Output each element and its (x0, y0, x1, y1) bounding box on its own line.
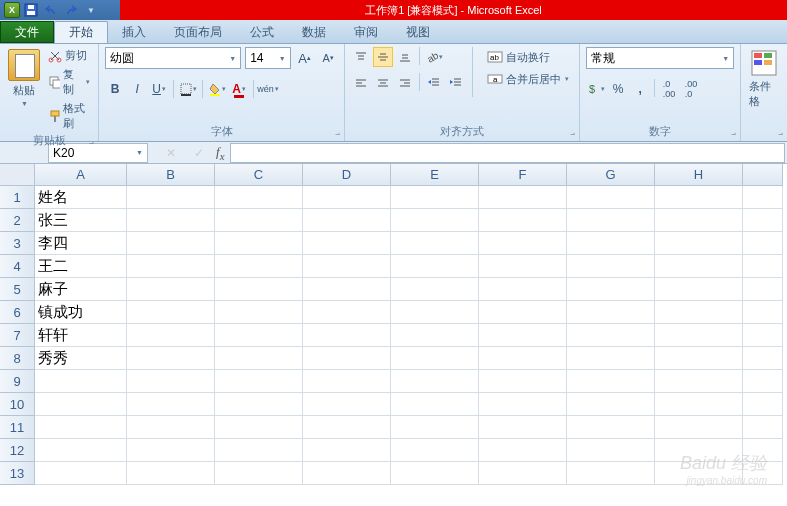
cell-G2[interactable] (567, 209, 655, 232)
merge-center-button[interactable]: a合并后居中▾ (483, 69, 573, 89)
cell-A9[interactable] (35, 370, 127, 393)
orientation-button[interactable]: ab▾ (424, 47, 444, 67)
align-middle-button[interactable] (373, 47, 393, 67)
row-header-9[interactable]: 9 (0, 370, 35, 393)
ribbon-tab-2[interactable]: 页面布局 (160, 21, 236, 43)
cell-H13[interactable] (655, 462, 743, 485)
cell-E12[interactable] (391, 439, 479, 462)
cell-A12[interactable] (35, 439, 127, 462)
select-all-corner[interactable] (0, 164, 35, 186)
cell-D7[interactable] (303, 324, 391, 347)
cell-I9[interactable] (743, 370, 783, 393)
row-header-6[interactable]: 6 (0, 301, 35, 324)
comma-button[interactable]: , (630, 79, 650, 99)
cell-G12[interactable] (567, 439, 655, 462)
cell-D8[interactable] (303, 347, 391, 370)
cell-G6[interactable] (567, 301, 655, 324)
cell-D10[interactable] (303, 393, 391, 416)
cell-B3[interactable] (127, 232, 215, 255)
increase-font-button[interactable]: A▴ (295, 48, 315, 68)
cell-F7[interactable] (479, 324, 567, 347)
cell-E6[interactable] (391, 301, 479, 324)
accounting-format-button[interactable]: $▾ (586, 79, 606, 99)
cell-C1[interactable] (215, 186, 303, 209)
row-header-8[interactable]: 8 (0, 347, 35, 370)
cell-A11[interactable] (35, 416, 127, 439)
border-button[interactable]: ▾ (178, 79, 198, 99)
font-name-combo[interactable]: 幼圆▼ (105, 47, 241, 69)
qat-dropdown-icon[interactable]: ▼ (82, 1, 100, 19)
cell-B11[interactable] (127, 416, 215, 439)
cell-D13[interactable] (303, 462, 391, 485)
row-header-11[interactable]: 11 (0, 416, 35, 439)
cell-G8[interactable] (567, 347, 655, 370)
row-header-5[interactable]: 5 (0, 278, 35, 301)
cell-G13[interactable] (567, 462, 655, 485)
cell-A3[interactable]: 李四 (35, 232, 127, 255)
cell-E10[interactable] (391, 393, 479, 416)
ribbon-tab-3[interactable]: 公式 (236, 21, 288, 43)
cell-C13[interactable] (215, 462, 303, 485)
cell-I2[interactable] (743, 209, 783, 232)
cell-I5[interactable] (743, 278, 783, 301)
cell-B10[interactable] (127, 393, 215, 416)
cell-H4[interactable] (655, 255, 743, 278)
fill-color-button[interactable]: ▾ (207, 79, 227, 99)
cell-B7[interactable] (127, 324, 215, 347)
increase-indent-button[interactable] (446, 73, 466, 93)
align-right-button[interactable] (395, 73, 415, 93)
cell-C5[interactable] (215, 278, 303, 301)
cell-B8[interactable] (127, 347, 215, 370)
cell-E1[interactable] (391, 186, 479, 209)
formula-input[interactable] (230, 143, 785, 163)
align-left-button[interactable] (351, 73, 371, 93)
confirm-icon[interactable]: ✓ (188, 146, 210, 160)
cell-F12[interactable] (479, 439, 567, 462)
cell-G10[interactable] (567, 393, 655, 416)
cell-H12[interactable] (655, 439, 743, 462)
cell-A4[interactable]: 王二 (35, 255, 127, 278)
cell-A8[interactable]: 秀秀 (35, 347, 127, 370)
cell-F10[interactable] (479, 393, 567, 416)
phonetic-button[interactable]: wén▾ (258, 79, 278, 99)
cell-C9[interactable] (215, 370, 303, 393)
conditional-format-button[interactable]: 条件格 (747, 47, 781, 111)
cell-H7[interactable] (655, 324, 743, 347)
cell-H10[interactable] (655, 393, 743, 416)
row-header-2[interactable]: 2 (0, 209, 35, 232)
cell-D12[interactable] (303, 439, 391, 462)
cell-B9[interactable] (127, 370, 215, 393)
col-header-A[interactable]: A (35, 164, 127, 186)
cell-D6[interactable] (303, 301, 391, 324)
cell-I3[interactable] (743, 232, 783, 255)
row-header-13[interactable]: 13 (0, 462, 35, 485)
cell-E2[interactable] (391, 209, 479, 232)
row-header-10[interactable]: 10 (0, 393, 35, 416)
ribbon-tab-6[interactable]: 视图 (392, 21, 444, 43)
cell-F1[interactable] (479, 186, 567, 209)
cell-D5[interactable] (303, 278, 391, 301)
cell-C10[interactable] (215, 393, 303, 416)
cell-A2[interactable]: 张三 (35, 209, 127, 232)
cell-C4[interactable] (215, 255, 303, 278)
cell-B5[interactable] (127, 278, 215, 301)
cell-C2[interactable] (215, 209, 303, 232)
col-header-E[interactable]: E (391, 164, 479, 186)
row-header-4[interactable]: 4 (0, 255, 35, 278)
cell-I4[interactable] (743, 255, 783, 278)
col-header-G[interactable]: G (567, 164, 655, 186)
align-top-button[interactable] (351, 47, 371, 67)
col-header-C[interactable]: C (215, 164, 303, 186)
cell-G1[interactable] (567, 186, 655, 209)
cell-I13[interactable] (743, 462, 783, 485)
wrap-text-button[interactable]: ab自动换行 (483, 47, 573, 67)
cell-I1[interactable] (743, 186, 783, 209)
cell-D2[interactable] (303, 209, 391, 232)
ribbon-tab-0[interactable]: 开始 (54, 21, 108, 43)
underline-button[interactable]: U▾ (149, 79, 169, 99)
cell-E7[interactable] (391, 324, 479, 347)
cell-B13[interactable] (127, 462, 215, 485)
paste-button[interactable]: 粘贴 ▼ (6, 47, 42, 109)
undo-icon[interactable] (42, 1, 60, 19)
cell-F9[interactable] (479, 370, 567, 393)
